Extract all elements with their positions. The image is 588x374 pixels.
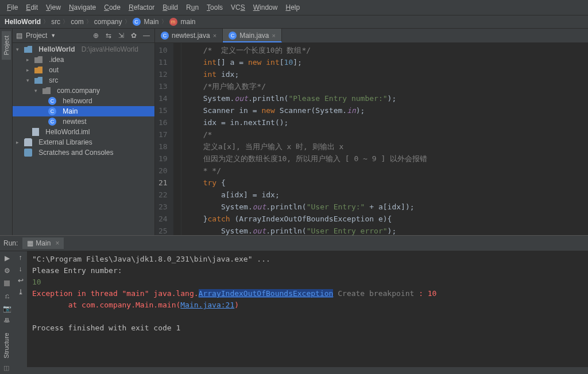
menu-window[interactable]: Window (250, 2, 281, 13)
menu-run[interactable]: Run (183, 2, 202, 13)
run-settings-icon[interactable]: ⚙ (2, 266, 11, 275)
down-icon[interactable]: ↓ (19, 265, 22, 273)
close-icon[interactable]: × (272, 32, 276, 39)
menu-build[interactable]: Build (159, 2, 181, 13)
console-output[interactable]: "C:\Program Files\Java\jdk1.8.0_231\bin\… (28, 251, 588, 367)
chevron-right-icon: 〉 (43, 18, 49, 26)
class-icon: C (48, 107, 56, 115)
chevron-right-icon: 〉 (86, 18, 92, 26)
editor-tabs: Cnewtest.java× CMain.java× (155, 29, 588, 43)
collapse-all-icon[interactable]: ⇆ (104, 31, 113, 40)
class-icon: C (161, 32, 169, 40)
menu-navigate[interactable]: Navigate (65, 2, 99, 13)
structure-tool-tab[interactable]: Structure (2, 329, 11, 362)
stacktrace-link[interactable]: Main.java:21 (180, 301, 234, 309)
run-config-icon: ▦ (27, 239, 33, 247)
line-gutter[interactable]: 1011121314151617181920212223242526 (155, 43, 173, 235)
run-tool-window: Run: ▦Main× ▶ ⚙ ⎌ 📷 🖶 🗑 ↑ ↓ ↩ ⤓ "C:\Prog… (0, 235, 588, 367)
tree-external-libraries[interactable]: ▸ External Libraries (13, 137, 154, 147)
menu-vcs[interactable]: VCS (227, 2, 249, 13)
up-icon[interactable]: ↑ (19, 254, 22, 262)
menu-code[interactable]: Code (100, 2, 124, 13)
project-tool-window: ▤ Project ▼ ⊕ ⇆ ⇲ ✿ — ▾ HelloWorld D:\ja… (13, 29, 155, 235)
chevron-right-icon: 〉 (63, 18, 68, 26)
select-opened-file-icon[interactable]: ⊕ (91, 31, 100, 40)
tree-out-folder[interactable]: ▸ out (13, 65, 154, 75)
tree-file-newtest[interactable]: C newtest (13, 116, 154, 127)
annotation-arrow (0, 367, 588, 374)
expand-all-icon[interactable]: ⇲ (117, 31, 126, 40)
left-tool-rail: Project (0, 29, 13, 235)
tree-file-main[interactable]: C Main (13, 106, 154, 116)
file-icon (32, 128, 39, 136)
scratch-icon (24, 149, 32, 157)
package-icon (42, 87, 51, 94)
class-icon: C (229, 32, 237, 40)
main-menu-bar: File Edit View Navigate Code Refactor Bu… (0, 0, 588, 15)
class-icon: C (48, 118, 56, 126)
code-content[interactable]: /* 定义一个长度10的 数组*/ int[] a = new int[10];… (181, 43, 588, 235)
breadcrumb: HelloWorld 〉 src 〉 com 〉 company 〉 C Mai… (0, 15, 588, 29)
run-label: Run: (3, 239, 18, 247)
folder-icon (34, 67, 42, 73)
project-title[interactable]: Project (26, 32, 47, 40)
breadcrumb-company[interactable]: company (94, 18, 122, 26)
tree-scratches[interactable]: Scratches and Consoles (13, 147, 154, 158)
tab-main[interactable]: CMain.java× (223, 29, 282, 42)
scroll-end-icon[interactable]: ⤓ (18, 288, 24, 296)
code-area[interactable]: 1011121314151617181920212223242526 /* 定义… (155, 43, 588, 235)
folder-icon (34, 56, 42, 63)
chevron-right-icon: 〉 (161, 18, 167, 26)
tab-newtest[interactable]: Cnewtest.java× (155, 29, 223, 42)
project-view-icon: ▤ (16, 32, 22, 40)
menu-edit[interactable]: Edit (22, 2, 41, 13)
rerun-icon[interactable]: ▶ (2, 254, 11, 263)
tool-window-icon[interactable]: ◫ (3, 364, 9, 372)
tree-project-root[interactable]: ▾ HelloWorld D:\java\HelloWorld (13, 44, 154, 54)
tree-src-folder[interactable]: ▾ src (13, 75, 154, 85)
breadcrumb-method[interactable]: main (181, 18, 196, 26)
left-tool-rail-bottom: Structure ◫ (0, 322, 13, 374)
run-tab-main[interactable]: ▦Main× (22, 237, 64, 249)
menu-refactor[interactable]: Refactor (125, 2, 158, 13)
menu-file[interactable]: File (3, 2, 21, 13)
breadcrumb-src[interactable]: src (51, 18, 60, 26)
chevron-down-icon[interactable]: ▼ (51, 33, 56, 38)
breadcrumb-class[interactable]: Main (144, 18, 159, 26)
project-tree[interactable]: ▾ HelloWorld D:\java\HelloWorld ▸ .idea … (13, 43, 154, 159)
menu-help[interactable]: Help (282, 2, 303, 13)
folder-icon (24, 46, 32, 53)
exception-link[interactable]: ArrayIndexOutOfBoundsException (199, 289, 334, 298)
breadcrumb-com[interactable]: com (71, 18, 84, 26)
tree-file-helloword[interactable]: C helloword (13, 96, 154, 106)
class-icon: C (48, 97, 56, 105)
dump-threads-icon[interactable]: ⎌ (2, 291, 11, 301)
stop-icon[interactable] (2, 279, 11, 288)
menu-tools[interactable]: Tools (203, 2, 226, 13)
run-toolbar-left2: ↑ ↓ ↩ ⤓ (14, 251, 28, 367)
run-header: Run: ▦Main× (0, 236, 588, 251)
fold-strip[interactable] (173, 43, 181, 235)
soft-wrap-icon[interactable]: ↩ (18, 276, 24, 285)
chevron-right-icon: 〉 (125, 18, 130, 26)
camera-icon[interactable]: 📷 (2, 304, 11, 313)
method-icon: m (169, 18, 177, 26)
library-icon (24, 138, 32, 146)
breadcrumb-project[interactable]: HelloWorld (5, 18, 41, 26)
project-tool-tab[interactable]: Project (2, 31, 11, 60)
tree-idea-folder[interactable]: ▸ .idea (13, 54, 154, 65)
close-icon[interactable]: × (213, 32, 216, 39)
folder-icon (34, 77, 42, 84)
tree-package[interactable]: ▾ com.company (13, 85, 154, 96)
menu-view[interactable]: View (42, 2, 64, 13)
project-header: ▤ Project ▼ ⊕ ⇆ ⇲ ✿ — (13, 29, 154, 43)
hide-icon[interactable]: — (142, 31, 151, 40)
class-icon: C (133, 18, 141, 26)
close-icon[interactable]: × (55, 239, 59, 247)
gear-icon[interactable]: ✿ (129, 31, 138, 40)
tree-iml-file[interactable]: HelloWorld.iml (13, 127, 154, 137)
editor: Cnewtest.java× CMain.java× 1011121314151… (155, 29, 588, 235)
